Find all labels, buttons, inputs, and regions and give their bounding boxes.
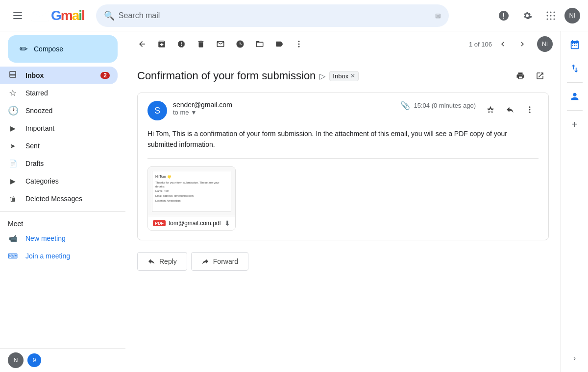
svg-point-16 [529, 109, 531, 111]
pdf-preview-content: Hi Tom 🌟 Thanks for your form submission… [152, 171, 231, 212]
archive-button[interactable] [153, 35, 171, 53]
email-header: S sender@gmail.com to me ▼ 📎 15:04 (0 mi… [147, 101, 539, 120]
settings-button[interactable] [517, 6, 537, 25]
svg-point-8 [554, 15, 555, 16]
gmail-logo: Gmail [31, 8, 84, 23]
account-avatar[interactable]: NI [564, 8, 580, 23]
prev-email-button[interactable] [494, 35, 512, 53]
sidebar-item-snoozed[interactable]: 🕐 Snoozed [0, 102, 118, 119]
sidebar-item-starred[interactable]: ☆ Starred [0, 84, 118, 102]
sidebar-item-new-meeting[interactable]: 📹 New meeting [0, 230, 118, 247]
sidebar: ✏ Compose Inbox 2 ☆ Starred 🕐 Snoozed ▶ … [0, 31, 125, 372]
svg-point-11 [554, 18, 555, 20]
bottom-avatar[interactable]: N [8, 352, 24, 368]
calendar-icon[interactable] [565, 35, 585, 55]
email-subject-text: Confirmation of your form submission [137, 70, 316, 82]
sidebar-item-categories[interactable]: ▶ Categories [0, 172, 118, 190]
reply-quick-button[interactable] [501, 101, 519, 118]
sidebar-item-drafts[interactable]: 📄 Drafts [0, 155, 118, 172]
snooze-subject-icon: ▷ [319, 71, 325, 81]
starred-icon: ☆ [8, 88, 18, 98]
more-email-options[interactable] [521, 101, 539, 118]
email-message: S sender@gmail.com to me ▼ 📎 15:04 (0 mi… [137, 93, 549, 240]
right-sidebar-divider-1 [567, 82, 583, 83]
labels-button[interactable] [270, 35, 288, 53]
bottom-badge[interactable]: 9 [27, 353, 41, 367]
pdf-line-3: Name: Tom [155, 189, 228, 193]
pdf-line-2: Thanks for your form submission. These a… [155, 181, 228, 189]
email-subject-row: Confirmation of your form submission ▷ I… [137, 57, 549, 93]
pagination-text: 1 of 106 [469, 41, 492, 48]
deleted-icon: 🗑 [8, 195, 18, 203]
reply-button[interactable]: Reply [137, 252, 187, 271]
email-time: 📎 15:04 (0 minutes ago) [400, 101, 476, 110]
search-input[interactable] [119, 11, 431, 20]
report-spam-button[interactable] [172, 35, 190, 53]
main: 1 of 106 NI Confirmation of your form su… [125, 31, 561, 372]
important-icon: ▶ [8, 124, 18, 132]
inbox-badge: 2 [100, 72, 110, 79]
svg-point-15 [529, 106, 531, 108]
sidebar-label-join-meeting: Join a meeting [25, 252, 110, 260]
sidebar-label-categories: Categories [25, 177, 110, 185]
apps-button[interactable] [541, 6, 561, 25]
snooze-button[interactable] [231, 35, 249, 53]
search-bar: 🔍 ⊞ [96, 4, 449, 27]
sidebar-label-starred: Starred [25, 89, 110, 97]
mark-unread-button[interactable] [212, 35, 229, 53]
contacts-icon[interactable] [565, 87, 585, 106]
sent-icon: ➤ [8, 142, 18, 150]
topbar: Gmail 🔍 ⊞ NI [0, 0, 588, 31]
label-close-icon[interactable]: ✕ [350, 72, 355, 79]
sidebar-item-inbox[interactable]: Inbox 2 [0, 67, 118, 84]
dropdown-icon[interactable]: ▼ [191, 109, 197, 116]
print-button[interactable] [512, 67, 529, 85]
help-button[interactable] [494, 6, 514, 25]
email-top-actions [512, 67, 549, 85]
move-to-button[interactable] [251, 35, 269, 53]
sidebar-item-sent[interactable]: ➤ Sent [0, 137, 118, 155]
forward-label: Forward [213, 257, 238, 265]
compose-button[interactable]: ✏ Compose [8, 35, 118, 63]
more-options-button[interactable] [290, 35, 308, 53]
sidebar-divider [0, 211, 125, 212]
svg-point-10 [550, 18, 552, 20]
inbox-label-badge: Inbox ✕ [329, 71, 359, 81]
email-view: Confirmation of your form submission ▷ I… [125, 57, 561, 372]
sidebar-item-deleted[interactable]: 🗑 Deleted Messages [0, 190, 118, 208]
expand-sidebar-icon[interactable]: › [565, 349, 585, 368]
reply-forward-section: Reply Forward [137, 240, 549, 271]
filter-icon[interactable]: ⊞ [435, 12, 441, 20]
right-sidebar-divider-2 [567, 110, 583, 111]
menu-icon[interactable] [8, 6, 27, 25]
email-toolbar: 1 of 106 NI [125, 31, 561, 57]
next-email-button[interactable] [514, 35, 531, 53]
svg-point-13 [298, 44, 300, 45]
sidebar-item-join-meeting[interactable]: ⌨ Join a meeting [0, 247, 118, 265]
video-icon: 📹 [8, 234, 18, 242]
reply-label: Reply [159, 257, 177, 265]
tasks-icon[interactable] [565, 59, 585, 78]
open-in-new-button[interactable] [531, 67, 549, 85]
pdf-type-icon: PDF [153, 220, 166, 226]
delete-button[interactable] [192, 35, 210, 53]
back-button[interactable] [133, 35, 151, 53]
svg-point-6 [547, 15, 548, 16]
snoozed-icon: 🕐 [8, 105, 18, 116]
download-icon[interactable]: ⬇ [224, 219, 230, 227]
add-addon-icon[interactable]: + [565, 115, 585, 134]
sidebar-item-important[interactable]: ▶ Important [0, 119, 118, 137]
forward-button[interactable]: Forward [191, 252, 248, 271]
search-icon: 🔍 [104, 10, 115, 21]
svg-point-3 [547, 11, 548, 13]
sidebar-label-deleted: Deleted Messages [25, 195, 110, 203]
drafts-icon: 📄 [8, 160, 18, 167]
sidebar-label-drafts: Drafts [25, 160, 110, 167]
svg-point-17 [529, 112, 531, 113]
email-attachment[interactable]: Hi Tom 🌟 Thanks for your form submission… [147, 166, 236, 231]
time-text: 15:04 (0 minutes ago) [414, 102, 476, 109]
account-avatar-toolbar[interactable]: NI [537, 36, 553, 52]
star-button[interactable] [482, 101, 499, 118]
email-body-text: Hi Tom, This is a confirmation of your f… [147, 128, 539, 159]
inbox-icon [8, 70, 18, 81]
